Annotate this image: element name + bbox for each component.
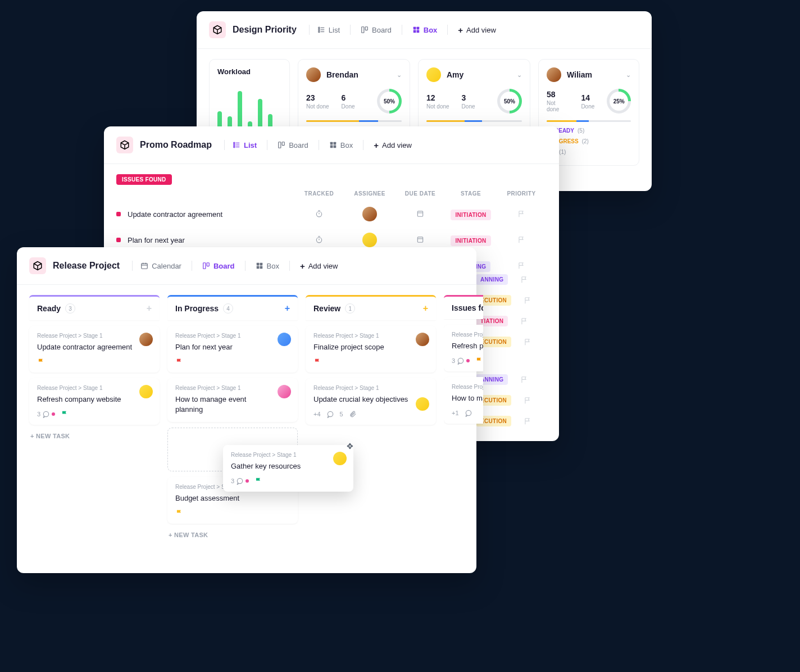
task-card[interactable]: Release Project Refresh prom 3	[444, 325, 483, 371]
avatar	[416, 397, 429, 411]
new-task-button[interactable]: + NEW TASK	[29, 430, 160, 442]
add-task-button[interactable]: +	[285, 303, 290, 314]
add-view-button[interactable]: +Add view	[294, 258, 344, 274]
date-icon[interactable]	[395, 210, 446, 219]
tab-board[interactable]: Board	[355, 22, 397, 38]
col-tracked: TRACKED	[294, 190, 344, 197]
task-card[interactable]: Release Project > Stage 1 How to manage …	[167, 378, 298, 421]
add-view-button[interactable]: +Add view	[368, 137, 417, 153]
chevron-down-icon[interactable]: ⌄	[397, 71, 402, 79]
task-title: Update contractor agreement	[128, 210, 294, 219]
person-name: Amy	[447, 70, 463, 79]
table-row[interactable]: ANNING	[476, 269, 559, 290]
task-title: Update crucial key objectives	[313, 394, 428, 405]
new-task-button[interactable]: + NEW TASK	[167, 529, 298, 541]
flag-icon[interactable]	[520, 317, 528, 325]
subtask-icon	[465, 409, 472, 417]
task-card[interactable]: Release Project > Stage 1 Plan for next …	[167, 326, 298, 373]
task-title: Plan for next year	[128, 236, 294, 244]
task-title: How to manage team	[452, 393, 483, 403]
avatar	[139, 385, 153, 398]
tab-box[interactable]: Box	[407, 22, 443, 38]
flag-icon[interactable]	[517, 262, 525, 270]
task-card[interactable]: Release Project > Stage 1 Update contrac…	[29, 326, 160, 373]
table-row[interactable]: TIATION	[476, 311, 559, 332]
task-title: Refresh company website	[37, 394, 152, 405]
task-title: Refresh prom	[452, 341, 483, 351]
table-row[interactable]: Update contractor agreement INITIATION	[104, 201, 559, 227]
flag-icon[interactable]	[524, 297, 531, 305]
view-tabs: Calendar Board Box +Add view	[135, 258, 343, 274]
flag-icon	[254, 477, 262, 485]
breadcrumb: Release Project > Stage 1	[231, 452, 346, 458]
tab-list[interactable]: List	[227, 138, 262, 153]
panel-title: Design Priority	[233, 25, 297, 35]
flag-icon[interactable]	[517, 210, 525, 218]
avatar[interactable]	[362, 233, 377, 247]
date-icon[interactable]	[395, 235, 446, 245]
chevron-down-icon[interactable]: ⌄	[517, 71, 522, 79]
breadcrumb: Release Project > Stage 1	[175, 333, 290, 339]
tab-list[interactable]: List	[312, 22, 346, 38]
col-assignee: ASSIGNEE	[344, 190, 395, 197]
kanban-board: Ready 3 + Release Project > Stage 1 Upda…	[17, 285, 476, 551]
flag-icon	[175, 509, 183, 517]
avatar[interactable]	[362, 207, 377, 221]
avatar	[278, 385, 291, 398]
board-column-in-progress: In Progress 4 + Release Project > Stage …	[167, 295, 298, 541]
task-title: Update contractor agreement	[37, 342, 152, 352]
column-header[interactable]: Ready 3 +	[29, 295, 160, 320]
plus-icon: +	[458, 25, 463, 35]
task-card-dragging[interactable]: Release Project > Stage 1 Gather key res…	[223, 445, 353, 492]
cube-icon	[116, 137, 133, 153]
task-card[interactable]: Release Project > Stage 1 Update crucial…	[306, 378, 436, 425]
avatar	[547, 67, 561, 82]
add-task-button[interactable]: +	[147, 303, 152, 314]
timer-icon[interactable]	[294, 235, 344, 245]
task-title: Plan for next year	[175, 342, 290, 352]
column-header[interactable]: In Progress 4 +	[167, 295, 298, 320]
column-header[interactable]: Issues found	[444, 295, 483, 319]
table-row[interactable]: ANNING	[476, 369, 559, 390]
breadcrumb: Release Project > Stage 1	[313, 385, 428, 391]
chevron-down-icon[interactable]: ⌄	[626, 71, 631, 79]
panel-header: Release Project Calendar Board Box +Add …	[17, 247, 476, 285]
stage-pill: INITIATION	[451, 210, 490, 220]
tab-box[interactable]: Box	[324, 138, 358, 153]
workload-title: Workload	[217, 67, 281, 76]
flag-icon	[61, 410, 69, 418]
task-card[interactable]: Release Project How to manage team +1	[444, 377, 483, 424]
table-row[interactable]: ECUTION	[476, 332, 559, 352]
panel-header: Promo Roadmap List Board Box +Add view	[104, 126, 559, 164]
breadcrumb: Release Project > Stage 1	[37, 385, 152, 391]
flag-icon[interactable]	[524, 397, 531, 405]
section-badge: ISSUES FOUND	[116, 174, 172, 185]
column-header[interactable]: Review 1 +	[306, 295, 436, 320]
progress-donut: 50%	[497, 89, 522, 113]
board-column-ready: Ready 3 + Release Project > Stage 1 Upda…	[29, 295, 160, 442]
timer-icon[interactable]	[294, 210, 344, 219]
stage-pill: INITIATION	[451, 235, 490, 246]
flag-icon[interactable]	[524, 338, 531, 346]
table-row[interactable]: ECUTION	[476, 411, 559, 432]
add-task-button[interactable]: +	[423, 303, 428, 314]
add-view-button[interactable]: +Add view	[452, 22, 502, 38]
tab-board[interactable]: Board	[272, 138, 314, 153]
table-row[interactable]: ECUTION	[476, 390, 559, 411]
progress-donut: 50%	[377, 89, 402, 113]
flag-icon[interactable]	[517, 236, 525, 244]
task-card[interactable]: Release Project > Stage 1 Refresh compan…	[29, 378, 160, 425]
table-row[interactable]: ECUTION	[476, 290, 559, 311]
col-stage: STAGE	[446, 190, 496, 197]
flag-icon[interactable]	[520, 376, 528, 384]
avatar	[426, 67, 441, 82]
tab-calendar[interactable]: Calendar	[135, 258, 187, 274]
tab-board[interactable]: Board	[197, 258, 240, 274]
tab-box[interactable]: Box	[250, 258, 285, 274]
attachment-icon	[349, 410, 357, 418]
subtasks-count: +1	[452, 410, 459, 416]
task-card[interactable]: Release Project > Stage 1 Finalize proje…	[306, 326, 436, 373]
person-name: Wiliam	[567, 70, 592, 79]
flag-icon[interactable]	[520, 276, 528, 284]
flag-icon[interactable]	[524, 417, 531, 425]
